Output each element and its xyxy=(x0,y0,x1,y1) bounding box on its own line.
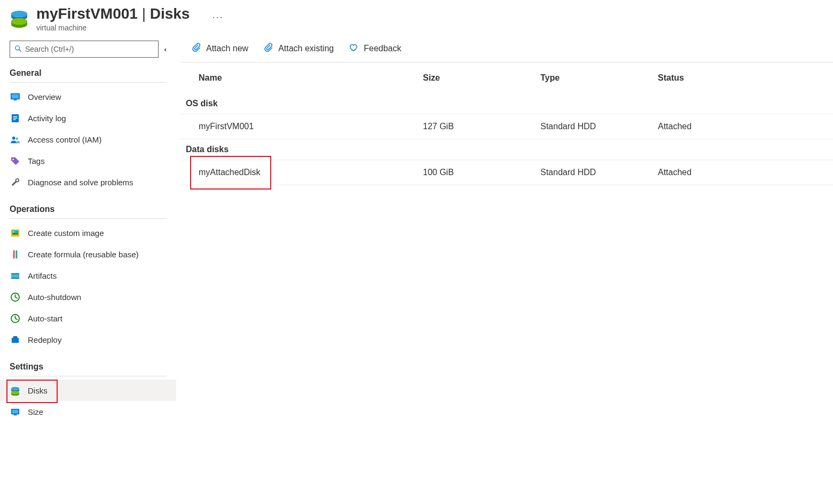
feedback-button[interactable]: Feedback xyxy=(349,43,401,54)
sidebar-search[interactable] xyxy=(10,41,159,58)
log-icon xyxy=(10,113,20,123)
sidebar-item-create-formula[interactable]: Create formula (reusable base) xyxy=(0,243,176,265)
paperclip-icon xyxy=(191,43,201,54)
section-operations-label: Operations xyxy=(0,201,176,218)
divider xyxy=(10,218,167,219)
main-content: Attach new Attach existing Feedback Name xyxy=(176,33,833,504)
sidebar-item-label: Auto-start xyxy=(28,314,62,323)
cell-name: myFirstVM001 xyxy=(180,114,415,139)
sidebar-item-artifacts[interactable]: Artifacts xyxy=(0,265,176,286)
sidebar-item-auto-start[interactable]: Auto-start xyxy=(0,308,176,329)
sidebar-item-create-custom-image[interactable]: Create custom image xyxy=(0,222,176,243)
sidebar-item-label: Create custom image xyxy=(28,229,104,238)
artifacts-icon xyxy=(10,270,20,281)
svg-rect-20 xyxy=(11,275,19,277)
people-icon xyxy=(10,134,20,145)
svg-rect-18 xyxy=(15,250,17,258)
sidebar-item-activity-log[interactable]: Activity log xyxy=(0,107,176,129)
svg-rect-9 xyxy=(13,117,17,118)
sidebar-item-size[interactable]: Size xyxy=(0,401,176,422)
svg-rect-19 xyxy=(11,273,19,274)
clock-icon xyxy=(10,292,20,302)
tag-icon xyxy=(10,155,20,166)
group-os-disk: OS disk xyxy=(180,93,833,114)
page-title: myFirstVM001 | Disks xyxy=(36,5,190,22)
sidebar-item-auto-shutdown[interactable]: Auto-shutdown xyxy=(0,286,176,308)
group-label: OS disk xyxy=(180,93,833,114)
collapse-sidebar-button[interactable]: ‹‹ xyxy=(164,45,167,53)
button-label: Attach new xyxy=(206,44,248,53)
sidebar: ‹‹ General Overview Activity log Access … xyxy=(0,33,176,504)
group-label: Data disks xyxy=(180,139,833,160)
button-label: Attach existing xyxy=(278,44,334,53)
sidebar-item-label: Auto-shutdown xyxy=(28,293,81,302)
svg-rect-10 xyxy=(13,119,15,120)
svg-point-26 xyxy=(11,387,19,390)
search-input[interactable] xyxy=(25,45,154,53)
divider xyxy=(10,376,167,376)
group-data-disks: Data disks xyxy=(180,139,833,160)
sidebar-item-disks[interactable]: Disks xyxy=(0,380,176,401)
redeploy-icon xyxy=(10,334,20,345)
divider xyxy=(10,82,167,83)
heart-icon xyxy=(349,43,358,54)
table-row[interactable]: myFirstVM001 127 GiB Standard HDD Attach… xyxy=(180,114,833,139)
cell-type: Standard HDD xyxy=(533,160,650,185)
svg-point-13 xyxy=(12,159,14,160)
svg-rect-24 xyxy=(11,337,18,343)
formula-icon xyxy=(10,249,20,259)
attach-existing-button[interactable]: Attach existing xyxy=(263,43,334,54)
svg-rect-21 xyxy=(11,277,19,279)
sidebar-item-label: Size xyxy=(28,407,43,416)
svg-rect-25 xyxy=(13,336,17,337)
vm-disk-icon xyxy=(10,9,29,29)
table-row[interactable]: myAttachedDisk 100 GiB Standard HDD Atta… xyxy=(180,160,833,185)
svg-rect-5 xyxy=(11,94,18,98)
sidebar-item-label: Overview xyxy=(28,92,61,101)
size-icon xyxy=(10,406,20,417)
wrench-icon xyxy=(10,177,20,187)
sidebar-item-label: Tags xyxy=(28,156,45,166)
svg-point-11 xyxy=(12,136,15,139)
svg-rect-29 xyxy=(12,410,18,413)
disk-icon xyxy=(10,385,20,396)
svg-point-0 xyxy=(11,11,27,17)
column-header-name[interactable]: Name xyxy=(180,62,415,93)
sidebar-item-overview[interactable]: Overview xyxy=(0,86,176,107)
more-actions-button[interactable]: ··· xyxy=(212,5,223,23)
search-icon xyxy=(14,45,22,54)
svg-rect-8 xyxy=(13,116,17,116)
title-separator: | xyxy=(142,5,146,22)
sidebar-item-redeploy[interactable]: Redeploy xyxy=(0,329,176,350)
svg-point-27 xyxy=(11,391,19,394)
monitor-icon xyxy=(10,91,20,102)
resource-type-label: virtual machine xyxy=(36,23,190,32)
table-header-row: Name Size Type Status xyxy=(180,62,833,93)
sidebar-item-label: Disks xyxy=(28,386,48,395)
sidebar-item-label: Activity log xyxy=(28,114,66,123)
cell-status: Attached xyxy=(650,160,833,185)
toolbar: Attach new Attach existing Feedback xyxy=(180,33,833,62)
svg-rect-17 xyxy=(13,250,14,258)
svg-point-16 xyxy=(13,231,14,232)
sidebar-item-access-control[interactable]: Access control (IAM) xyxy=(0,129,176,150)
clock-icon xyxy=(10,313,20,324)
column-header-status[interactable]: Status xyxy=(650,62,833,93)
page-header: myFirstVM001 | Disks virtual machine ··· xyxy=(0,0,833,33)
svg-rect-30 xyxy=(13,414,17,415)
sidebar-item-tags[interactable]: Tags xyxy=(0,150,176,171)
paperclip-icon xyxy=(263,43,273,54)
svg-point-12 xyxy=(15,137,18,139)
svg-point-1 xyxy=(11,18,27,25)
cell-type: Standard HDD xyxy=(533,114,650,139)
disks-table: Name Size Type Status OS disk myFirstVM0… xyxy=(180,62,833,185)
sidebar-item-label: Redeploy xyxy=(28,335,61,344)
cell-name: myAttachedDisk xyxy=(180,160,415,185)
sidebar-item-diagnose[interactable]: Diagnose and solve problems xyxy=(0,171,176,193)
column-header-size[interactable]: Size xyxy=(415,62,533,93)
section-name: Disks xyxy=(150,5,190,22)
attach-new-button[interactable]: Attach new xyxy=(191,43,248,54)
column-header-type[interactable]: Type xyxy=(533,62,650,93)
sidebar-item-label: Artifacts xyxy=(28,271,57,280)
svg-line-3 xyxy=(19,49,21,51)
